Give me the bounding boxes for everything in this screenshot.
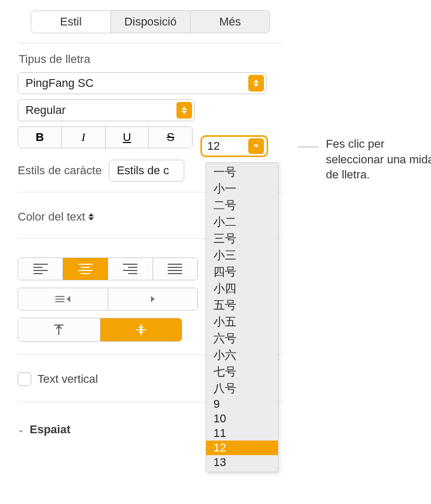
valign-middle-button[interactable] bbox=[100, 318, 182, 341]
font-size-option[interactable]: 10 bbox=[206, 411, 278, 426]
vertical-text-checkbox[interactable] bbox=[18, 372, 31, 386]
font-size-field[interactable]: 12 bbox=[200, 135, 268, 157]
bold-button[interactable]: B bbox=[18, 127, 62, 148]
font-size-option[interactable]: 13 bbox=[206, 455, 278, 470]
align-right-icon bbox=[123, 264, 137, 274]
font-size-option[interactable]: 小二 bbox=[206, 214, 278, 230]
font-size-option[interactable]: 9 bbox=[206, 397, 278, 411]
font-size-option[interactable]: 三号 bbox=[206, 230, 278, 247]
align-left-button[interactable] bbox=[18, 258, 63, 280]
popup-stepper-icon bbox=[176, 102, 192, 119]
font-size-option[interactable]: 五号 bbox=[206, 297, 278, 314]
callout-leader-line bbox=[298, 147, 319, 147]
valign-top-icon bbox=[53, 324, 65, 336]
font-size-menu[interactable]: 一号小一二号小二三号小三四号小四五号小五六号小六七号八号910111213 bbox=[206, 162, 278, 472]
font-size-option[interactable]: 小六 bbox=[206, 347, 278, 364]
font-size-option[interactable]: 小五 bbox=[206, 314, 278, 330]
callout-text: Fes clic per seleccionar una mida de lle… bbox=[326, 136, 431, 183]
character-styles-value: Estils de c bbox=[117, 164, 169, 177]
character-styles-popup[interactable]: Estils de c bbox=[109, 160, 184, 182]
font-size-option[interactable]: 一号 bbox=[206, 164, 278, 180]
font-weight-popup[interactable]: Regular bbox=[18, 99, 195, 121]
font-section-label: Tipus de lletra bbox=[19, 53, 283, 66]
align-justify-button[interactable] bbox=[153, 258, 197, 280]
font-size-option[interactable]: 二号 bbox=[206, 197, 278, 214]
font-size-option[interactable]: 七号 bbox=[206, 364, 278, 380]
font-size-option[interactable]: 12 bbox=[206, 441, 278, 455]
text-style-group: B I U S bbox=[18, 126, 193, 148]
align-right-button[interactable] bbox=[108, 258, 153, 280]
popup-stepper-icon bbox=[248, 75, 264, 92]
valign-middle-icon bbox=[134, 323, 148, 337]
align-justify-icon bbox=[168, 264, 182, 274]
underline-button[interactable]: U bbox=[106, 127, 149, 148]
decrease-indent-button[interactable] bbox=[18, 288, 108, 310]
font-size-option[interactable]: 八号 bbox=[206, 380, 278, 397]
vertical-align-group bbox=[18, 318, 182, 342]
font-size-option[interactable]: 小三 bbox=[206, 247, 278, 264]
character-styles-label: Estils de caràcte bbox=[18, 164, 102, 177]
tab-style[interactable]: Estil bbox=[31, 11, 111, 33]
vertical-text-label: Text vertical bbox=[37, 372, 98, 386]
lines-icon bbox=[55, 296, 65, 302]
help-callout: Fes clic per seleccionar una mida de lle… bbox=[298, 136, 431, 183]
align-center-icon bbox=[78, 264, 93, 274]
inspector-tabs: Estil Disposició Més bbox=[31, 10, 270, 33]
updown-icon bbox=[88, 213, 94, 221]
valign-top-button[interactable] bbox=[18, 318, 100, 341]
font-family-value: PingFang SC bbox=[26, 76, 94, 90]
horizontal-align-group bbox=[18, 257, 198, 280]
font-size-option[interactable]: 小一 bbox=[206, 180, 278, 197]
font-size-dropdown-button[interactable] bbox=[248, 138, 264, 154]
divider bbox=[18, 43, 283, 43]
text-color-label: Color del text bbox=[18, 210, 85, 224]
chevron-right-icon: ⌄ bbox=[18, 425, 24, 434]
tab-layout[interactable]: Disposició bbox=[111, 11, 191, 33]
spacing-label: Espaiat bbox=[30, 423, 70, 436]
font-size-option[interactable]: 小四 bbox=[206, 280, 278, 297]
triangle-left-icon bbox=[67, 296, 70, 302]
indent-group bbox=[18, 288, 198, 311]
increase-indent-button[interactable] bbox=[108, 288, 198, 310]
font-size-option[interactable]: 11 bbox=[206, 426, 278, 441]
font-size-option[interactable]: 四号 bbox=[206, 264, 278, 280]
strikethrough-button[interactable]: S bbox=[149, 127, 192, 148]
font-weight-value: Regular bbox=[26, 104, 66, 117]
italic-button[interactable]: I bbox=[62, 127, 106, 148]
font-size-value[interactable]: 12 bbox=[202, 139, 248, 153]
font-size-option[interactable]: 六号 bbox=[206, 330, 278, 347]
align-center-button[interactable] bbox=[63, 258, 108, 280]
tab-more[interactable]: Més bbox=[191, 11, 270, 33]
font-family-popup[interactable]: PingFang SC bbox=[18, 72, 267, 94]
align-left-icon bbox=[33, 264, 48, 274]
chevron-down-icon bbox=[253, 145, 259, 148]
triangle-right-icon bbox=[151, 296, 155, 302]
